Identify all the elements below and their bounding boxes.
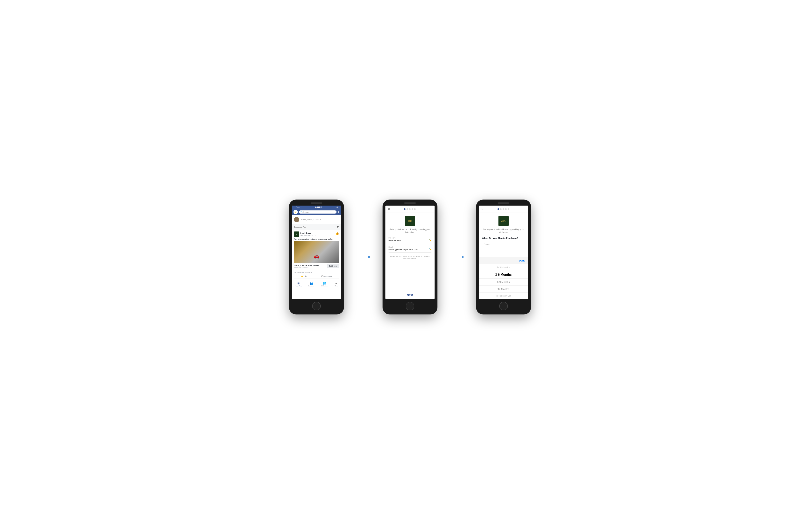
option-3-6-months[interactable]: 3-6 Months: [479, 271, 528, 279]
phone-1-screen: •••• Verizon ✦ 2:44 PM ▲ ▣ ▪ 🔍 Search ≡ …: [292, 205, 341, 299]
option-9-plus-months[interactable]: 9+ Months: [479, 286, 528, 293]
progress-dots-3: [497, 208, 509, 210]
comment-label: Comment: [324, 275, 332, 277]
status-icons: ▲ ▣ ▪: [336, 206, 339, 208]
modal-header-2: ✕: [385, 205, 435, 213]
search-icon: 🔍: [300, 211, 302, 213]
fb-status-bar[interactable]: Status, Photo, Check-in...: [292, 215, 341, 224]
fb-post: LR Land Rover Sponsored (demo) • ☜ 👍 Tak…: [292, 230, 341, 280]
email-value: rachna@bholtandpartners.com: [388, 249, 431, 251]
user-avatar: [294, 217, 299, 222]
stats-text: 4.2K Likes 158 Comments: [294, 271, 312, 273]
post-image: [294, 241, 339, 263]
dot-2: [406, 208, 408, 210]
newsfeed-icon: ⊞: [297, 282, 300, 285]
get-quote-button[interactable]: Get Quote: [327, 264, 339, 268]
dot-5: [414, 208, 416, 210]
nav-item-requests[interactable]: 👥 Requests: [309, 282, 314, 287]
fb-bottom-nav: ⊞ News Feed 👥 Requests 🌐 Notifications ≡…: [292, 280, 341, 287]
brand-logo-3: LANDROVER: [498, 216, 509, 226]
modal-body-3: LANDROVER Get a quote from Land Rover by…: [479, 213, 528, 253]
requests-label: Requests: [309, 285, 314, 287]
picker-done-bar: Done: [479, 257, 528, 264]
dot-3-2: [500, 208, 501, 210]
post-text: Take on mountain crossings and crosstown…: [294, 238, 339, 240]
search-placeholder: Search: [303, 211, 309, 213]
post-title: The 2015 Range Rover Evoque: [294, 264, 320, 266]
edit-name-icon[interactable]: ✏️: [429, 239, 431, 241]
requests-icon: 👥: [310, 282, 313, 285]
phone-1: •••• Verizon ✦ 2:44 PM ▲ ▣ ▪ 🔍 Search ≡ …: [289, 200, 344, 314]
edit-email-icon[interactable]: ✏️: [429, 248, 431, 250]
phone-3-bottom: [479, 299, 528, 312]
scene: •••• Verizon ✦ 2:44 PM ▲ ▣ ▪ 🔍 Search ≡ …: [289, 200, 523, 314]
cta-info: The 2015 Range Rover Evoque www.landrove…: [294, 264, 320, 268]
nav-item-more[interactable]: ≡ More: [335, 282, 338, 287]
tagline-2: Get a quote from Land Rover by providing…: [388, 228, 431, 234]
modal-body-2: LANDROVER Get a quote from Land Rover by…: [385, 213, 435, 263]
svg-marker-1: [368, 256, 371, 258]
suggested-label: Suggested Post: [294, 226, 306, 228]
phone-2-screen: ✕ LANDROVER Get a quote from Land Rover …: [385, 205, 435, 299]
newsfeed-label: News Feed: [295, 285, 302, 287]
question-text: When Do You Plan to Purchase?: [482, 237, 525, 240]
more-icon: ≡: [336, 282, 337, 285]
post-meta: Land Rover Sponsored (demo) • ☜: [300, 232, 316, 236]
like-icon-small: 👍: [301, 275, 303, 277]
post-url: www.landroverusa.com: [294, 266, 320, 268]
messenger-icon[interactable]: [293, 210, 298, 214]
time-text: 2:44 PM: [315, 206, 322, 208]
option-6-9-months[interactable]: 6-9 Months: [479, 279, 528, 286]
suggested-post-header: Suggested Post ∨: [292, 224, 341, 230]
land-rover-logo: LR: [294, 231, 299, 237]
nav-item-notifications[interactable]: 🌐 Notifications: [321, 282, 328, 287]
brand-name: Land Rover: [300, 232, 316, 234]
fb-post-info: LR Land Rover Sponsored (demo) • ☜: [294, 231, 316, 237]
modal-footer-2: Next: [385, 291, 435, 299]
dot-3-1: [497, 208, 499, 210]
collapse-icon[interactable]: ∨: [337, 225, 339, 229]
done-button[interactable]: Done: [519, 259, 525, 262]
option-0-3-months[interactable]: 0-3 Months: [479, 264, 528, 271]
like-button[interactable]: 👍 Like: [301, 275, 307, 277]
fb-post-cta: The 2015 Range Rover Evoque www.landrove…: [294, 263, 339, 269]
status-prompt: Status, Photo, Check-in...: [301, 219, 323, 221]
next-button[interactable]: Next: [407, 293, 413, 296]
home-button-3[interactable]: [499, 302, 508, 310]
privacy-text: Nothing you share will be posted on Face…: [388, 255, 431, 260]
dot-1: [404, 208, 406, 210]
fb-nav-bar: 🔍 Search ≡: [292, 209, 341, 215]
sponsored-label: Sponsored (demo) • ☜: [300, 234, 316, 236]
menu-icon[interactable]: ≡: [338, 210, 339, 213]
modal-header-3: ✕: [479, 205, 528, 213]
dot-4: [411, 208, 413, 210]
dot-3-4: [505, 208, 506, 210]
option-dont-know[interactable]: I don't know yet: [479, 293, 528, 299]
comment-icon: 💬: [321, 275, 323, 277]
notifications-icon: 🌐: [323, 282, 326, 285]
close-button-2[interactable]: ✕: [388, 207, 390, 211]
picker-options: 0-3 Months 3-6 Months 6-9 Months 9+ Mont…: [479, 264, 528, 299]
post-actions: 👍 Like 💬 Comment: [294, 274, 339, 279]
notifications-label: Notifications: [321, 285, 328, 287]
arrow-2: [449, 253, 465, 261]
like-thumb-icon[interactable]: 👍: [335, 231, 339, 235]
fb-search-bar[interactable]: 🔍 Search: [299, 210, 337, 213]
full-name-label: Full Name: [388, 237, 431, 239]
dot-3-5: [508, 208, 509, 210]
picker-container: Done 0-3 Months 3-6 Months 6-9 Months 9+…: [479, 257, 528, 299]
nav-item-newsfeed[interactable]: ⊞ News Feed: [295, 282, 302, 287]
home-button-1[interactable]: [312, 302, 321, 310]
tagline-3: Get a quote from Land Rover by providing…: [482, 228, 525, 234]
full-name-value: Rachna Sethi: [388, 239, 431, 241]
phone-2-bottom: [385, 299, 435, 312]
comment-button[interactable]: 💬 Comment: [321, 275, 332, 277]
email-field: Email rachna@bholtandpartners.com ✏️: [388, 246, 431, 253]
select-field[interactable]: Select: [482, 241, 525, 247]
email-label: Email: [388, 246, 431, 248]
carrier-text: •••• Verizon ✦: [293, 206, 302, 208]
full-name-field: Full Name Rachna Sethi ✏️: [388, 237, 431, 244]
home-button-2[interactable]: [406, 302, 414, 310]
dot-3: [409, 208, 411, 210]
close-button-3[interactable]: ✕: [481, 207, 484, 211]
